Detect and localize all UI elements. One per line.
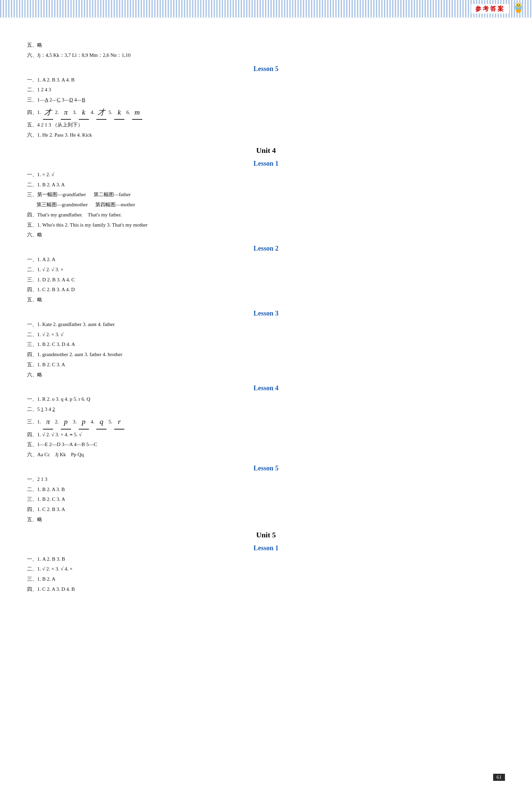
wu-lue-line: 五、略	[27, 41, 505, 50]
u4l4-san: 三、1. π 2. p 3. p 4. q 5. r	[27, 415, 505, 429]
u4l2-si: 四、1. C 2. B 3. A 4. D	[27, 285, 505, 295]
svg-point-4	[519, 5, 520, 6]
u4l3-liu: 六、略	[27, 370, 505, 380]
u4l5-san: 三、1. B 2. C 3. A	[27, 495, 505, 504]
u4l1-si: 四、That's my grandfather. That's my fathe…	[27, 210, 505, 220]
tail-unit3-wu: 五、略 六、Jj：4,5 Kk：3,7 Ll：8,9 Mm：2,6 Nn：1,1…	[27, 41, 505, 60]
mascot-icon	[509, 1, 525, 17]
u4l2-yi: 一、1. A 2. A	[27, 255, 505, 264]
u4l4-er: 二、5 1 3 4 2	[27, 405, 505, 414]
unit5-lesson1-title: Lesson 1	[27, 544, 505, 552]
header-title: 参考答案	[471, 4, 509, 14]
l5u3-liu: 六、1. He 2. Pass 3. He 4. Kick	[27, 131, 505, 140]
u4l3-yi: 一、1. Kate 2. grandfather 3. aunt 4. fath…	[27, 320, 505, 329]
u5l1-san: 三、1. B 2. A	[27, 574, 505, 584]
unit4-lesson5-content: 一、2 1 3 二、1. B 2. A 3. B 三、1. B 2. C 3. …	[27, 475, 505, 525]
content-area: 五、略 六、Jj：4,5 Kk：3,7 Ll：8,9 Mm：2,6 Nn：1,1…	[27, 41, 505, 594]
l5u3-wu: 五、4 2 1 3 （从上到下）	[27, 121, 505, 130]
unit4-title: Unit 4	[27, 146, 505, 155]
u4l2-san: 三、1. D 2. B 3. A 4. C	[27, 275, 505, 285]
u4l5-wu: 五、略	[27, 515, 505, 525]
u4l3-wu: 五、1. B 2. C 3. A	[27, 360, 505, 370]
unit4-lesson2-title: Lesson 2	[27, 244, 505, 252]
unit4-lesson5-title: Lesson 5	[27, 464, 505, 472]
u4l1-san-a: 三、第一幅图—grandfather 第二幅图—father	[27, 190, 505, 200]
l5u3-er: 二、1 2 4 3	[27, 85, 505, 95]
unit4-lesson1-content: 一、1. × 2. √ 二、1. B 2. A 3. A 三、第一幅图—gran…	[27, 170, 505, 240]
u4l4-si: 四、1. √ 2. √ 3. × 4. × 5. √	[27, 430, 505, 440]
unit4-lesson4-content: 一、1. R 2. o 3. q 4. p 5. r 6. Q 二、5 1 3 …	[27, 395, 505, 459]
page-number: 61	[493, 774, 505, 781]
l5u3-si: 四、1. 才 2. π 3. k 4. 才 5. k 6. m	[27, 106, 505, 120]
u4l1-liu: 六、略	[27, 230, 505, 240]
l5u3-san: 三、1—A 2—C 3—D 4—B	[27, 95, 505, 105]
u5l1-er: 二、1. √ 2. × 3. √ 4. ×	[27, 565, 505, 574]
u4l2-er: 二、1. √ 2. √ 3. ×	[27, 265, 505, 275]
u5l1-yi: 一、1. A 2. B 3. B	[27, 555, 505, 564]
lesson5-unit3-title: Lesson 5	[27, 65, 505, 73]
u4l4-wu: 五、1—E 2—D 3—A 4—B 5—C	[27, 440, 505, 449]
u5l1-si: 四、1. C 2. A 3. D 4. B	[27, 585, 505, 594]
u4l1-yi: 一、1. × 2. √	[27, 170, 505, 180]
unit4-lesson3-title: Lesson 3	[27, 309, 505, 317]
u4l1-wu: 五、1. Who's this 2. This is my family 3. …	[27, 220, 505, 230]
unit4-lesson4-title: Lesson 4	[27, 384, 505, 392]
u4l3-san: 三、1. B 2. C 3. D 4. A	[27, 340, 505, 349]
svg-point-2	[516, 9, 521, 13]
u4l5-si: 四、1. C 2. B 3. A	[27, 505, 505, 514]
header-bar: 参考答案	[0, 0, 532, 18]
unit4-lesson3-content: 一、1. Kate 2. grandfather 3. aunt 4. fath…	[27, 320, 505, 380]
lesson5-unit3-content: 一、1. A 2. B 3. A 4. B 二、1 2 4 3 三、1—A 2—…	[27, 75, 505, 140]
u4l4-liu: 六、Aa Cc Jj Kk Pp Qq	[27, 450, 505, 460]
u4l2-wu: 五、略	[27, 295, 505, 305]
unit5-lesson1-content: 一、1. A 2. B 3. B 二、1. √ 2. × 3. √ 4. × 三…	[27, 555, 505, 594]
u4l3-er: 二、1. √ 2. × 3. √	[27, 330, 505, 339]
u4l1-er: 二、1. B 2. A 3. A	[27, 180, 505, 190]
unit5-title: Unit 5	[27, 531, 505, 539]
u4l3-si: 四、1. grandmother 2. aunt 3. father 4. br…	[27, 350, 505, 360]
liu-line: 六、Jj：4,5 Kk：3,7 Ll：8,9 Mm：2,6 Nn：1,10	[27, 51, 505, 60]
u4l4-yi: 一、1. R 2. o 3. q 4. p 5. r 6. Q	[27, 395, 505, 404]
u4l5-er: 二、1. B 2. A 3. B	[27, 485, 505, 494]
svg-point-1	[516, 3, 521, 8]
svg-point-3	[517, 5, 518, 6]
u4l5-yi: 一、2 1 3	[27, 475, 505, 484]
l5u3-yi: 一、1. A 2. B 3. A 4. B	[27, 75, 505, 85]
unit4-lesson2-content: 一、1. A 2. A 二、1. √ 2. √ 3. × 三、1. D 2. B…	[27, 255, 505, 305]
unit4-lesson1-title: Lesson 1	[27, 160, 505, 167]
u4l1-san-b: 第三幅图—grandmother 第四幅图—mother	[27, 200, 505, 210]
page-number-area: 61	[493, 774, 505, 781]
